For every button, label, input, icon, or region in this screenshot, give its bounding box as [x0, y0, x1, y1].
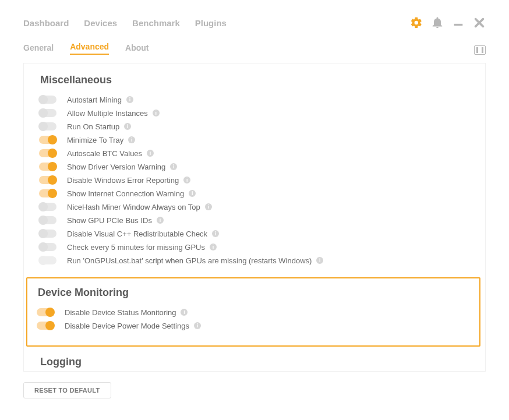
setting-label: Run 'OnGPUsLost.bat' script when GPUs ar…	[67, 256, 312, 265]
setting-label: Disable Visual C++ Redistributable Check	[67, 230, 207, 238]
setting-label: Disable Windows Error Reporting	[67, 176, 179, 185]
info-icon[interactable]: i	[210, 243, 217, 250]
setting-toggle[interactable]	[39, 149, 56, 157]
info-icon[interactable]: i	[316, 257, 323, 264]
setting-row: Check every 5 minutes for missing GPUsi	[40, 241, 469, 253]
setting-row: Show Driver Version Warningi	[40, 160, 469, 173]
setting-row: Disable Visual C++ Redistributable Check…	[40, 227, 469, 240]
info-icon[interactable]: i	[183, 177, 190, 183]
info-icon[interactable]: i	[157, 217, 164, 224]
setting-toggle[interactable]	[39, 216, 56, 224]
info-icon[interactable]: i	[147, 150, 154, 157]
info-icon[interactable]: i	[189, 190, 196, 197]
info-icon[interactable]: i	[205, 203, 212, 210]
setting-row: Autostart Miningi	[40, 93, 469, 106]
svg-rect-0	[454, 24, 463, 26]
topnav-item-dashboard[interactable]: Dashboard	[23, 18, 69, 28]
setting-row: Run On Startupi	[40, 120, 469, 133]
setting-label: Show Driver Version Warning	[67, 163, 165, 171]
setting-label: Minimize To Tray	[67, 136, 123, 144]
setting-label: NiceHash Miner Window Always on Top	[67, 203, 200, 211]
setting-toggle[interactable]	[37, 322, 54, 330]
info-icon[interactable]: i	[170, 163, 177, 170]
settings-scroll-panel[interactable]: Miscellaneous Autostart MiningiAllow Mul…	[24, 63, 485, 384]
info-icon[interactable]: i	[124, 123, 131, 130]
setting-row: Show Internet Connection Warningi	[40, 187, 469, 200]
setting-label: Allow Multiple Instances	[67, 109, 148, 118]
subnav-item-advanced[interactable]: Advanced	[70, 42, 109, 55]
gear-icon[interactable]	[410, 16, 423, 29]
section-title-miscellaneous: Miscellaneous	[40, 74, 469, 86]
miscellaneous-settings-list: Autostart MiningiAllow Multiple Instance…	[40, 93, 469, 267]
subnav-item-general[interactable]: General	[23, 43, 54, 55]
bell-icon[interactable]	[431, 16, 444, 29]
reset-to-default-button[interactable]: RESET TO DEFAULT	[23, 382, 111, 398]
device-monitoring-settings-list: Disable Device Status MonitoringiDisable…	[38, 306, 469, 332]
setting-toggle[interactable]	[39, 189, 56, 197]
setting-toggle[interactable]	[39, 243, 56, 251]
section-title-logging: Logging	[40, 356, 469, 368]
setting-toggle[interactable]	[39, 230, 56, 238]
setting-row: Allow Multiple Instancesi	[40, 107, 469, 119]
setting-label: Run On Startup	[67, 122, 119, 131]
setting-row: Disable Windows Error Reportingi	[40, 174, 469, 186]
setting-row: NiceHash Miner Window Always on Topi	[40, 200, 469, 213]
setting-row: Minimize To Trayi	[40, 133, 469, 146]
setting-row: Disable Device Power Mode Settingsi	[38, 319, 469, 332]
topnav-item-benchmark[interactable]: Benchmark	[132, 18, 180, 28]
topnav-item-devices[interactable]: Devices	[84, 18, 117, 28]
device-monitoring-highlight: Device Monitoring Disable Device Status …	[26, 277, 480, 347]
setting-label: Show GPU PCIe Bus IDs	[67, 216, 152, 225]
layout-icon[interactable]	[474, 45, 486, 55]
setting-label: Autoscale BTC Values	[67, 149, 142, 158]
topnav-item-plugins[interactable]: Plugins	[195, 18, 227, 28]
section-title-device-monitoring: Device Monitoring	[38, 287, 469, 299]
setting-toggle[interactable]	[39, 163, 56, 171]
info-icon[interactable]: i	[126, 96, 133, 103]
info-icon[interactable]: i	[212, 230, 219, 237]
setting-row: Show GPU PCIe Bus IDsi	[40, 214, 469, 227]
setting-label: Show Internet Connection Warning	[67, 189, 184, 198]
setting-toggle[interactable]	[39, 96, 56, 104]
info-icon[interactable]: i	[153, 110, 160, 117]
minimize-icon[interactable]	[452, 16, 465, 29]
setting-toggle[interactable]	[39, 176, 56, 184]
setting-label: Check every 5 minutes for missing GPUs	[67, 243, 205, 252]
setting-row: Autoscale BTC Valuesi	[40, 147, 469, 160]
info-icon[interactable]: i	[128, 136, 135, 143]
setting-label: Disable Device Status Monitoring	[65, 308, 176, 317]
close-icon[interactable]	[473, 16, 486, 29]
setting-row: Disable Device Status Monitoringi	[38, 306, 469, 319]
setting-toggle[interactable]	[37, 308, 54, 316]
setting-label: Disable Device Power Mode Settings	[65, 322, 189, 330]
setting-label: Autostart Mining	[67, 96, 122, 104]
subnav-item-about[interactable]: About	[125, 43, 149, 55]
setting-toggle[interactable]	[39, 203, 56, 211]
setting-toggle[interactable]	[39, 136, 56, 144]
setting-toggle	[39, 256, 56, 264]
setting-toggle[interactable]	[39, 122, 56, 130]
info-icon[interactable]: i	[194, 322, 201, 329]
setting-toggle[interactable]	[39, 109, 56, 117]
info-icon[interactable]: i	[181, 309, 188, 316]
setting-row: Run 'OnGPUsLost.bat' script when GPUs ar…	[40, 254, 469, 267]
